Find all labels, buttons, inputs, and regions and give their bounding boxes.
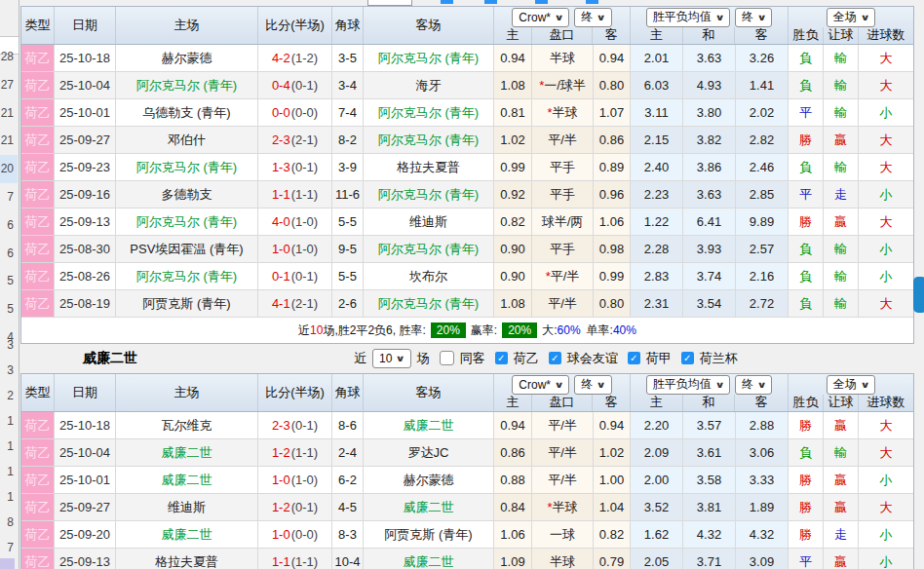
result-handicap-cell: 走 bbox=[824, 521, 859, 549]
summary-stats: 场,胜2平2负6, 胜率: bbox=[323, 322, 425, 339]
match-row: 荷乙25-10-04阿尔克马尔 (青年)0-4(0-1)3-4海牙1.08*一/… bbox=[21, 72, 913, 99]
summary-row: 近10场,胜2平2负6, 胜率: 20% 赢率: 20% 大:60% 单率:40… bbox=[20, 318, 914, 344]
side-number: 8 bbox=[0, 510, 18, 535]
crow-away-odds-cell: 0.89 bbox=[594, 154, 631, 181]
score-cell: 1-0(1-0) bbox=[258, 467, 332, 494]
result-handicap-cell: 輸 bbox=[824, 99, 859, 127]
date-cell: 25-08-26 bbox=[55, 263, 116, 290]
col-header-score: 比分(半场) bbox=[258, 7, 332, 44]
corners-cell: 3-4 bbox=[332, 72, 364, 99]
crow-home-odds-cell: 1.06 bbox=[494, 521, 532, 549]
league-checkbox-cup[interactable]: ✓ bbox=[681, 352, 694, 364]
scope-select[interactable]: 全场∨ bbox=[827, 375, 875, 395]
bookmaker-select[interactable]: Crow*∨ bbox=[512, 375, 569, 395]
side-number: 3 bbox=[0, 358, 18, 383]
avg-home-cell: 2.31 bbox=[631, 290, 683, 318]
match-count-select[interactable]: 10∨ bbox=[372, 349, 411, 368]
result-goals-cell: 大 bbox=[859, 72, 913, 99]
crow-away-odds-cell: 0.80 bbox=[594, 290, 631, 318]
date-cell: 25-10-18 bbox=[55, 45, 116, 72]
average-stage-select[interactable]: 终∨ bbox=[735, 375, 772, 395]
side-number: 27 bbox=[0, 71, 18, 99]
result-outcome-cell: 負 bbox=[789, 263, 824, 290]
result-outcome-cell: 平 bbox=[789, 181, 824, 209]
games-label: 场 bbox=[417, 350, 430, 367]
type-cell: 荷乙 bbox=[21, 45, 55, 72]
league-type-badge: 荷乙 bbox=[21, 494, 54, 520]
date-cell: 25-09-27 bbox=[55, 494, 116, 521]
home-team-cell: 维迪斯 bbox=[116, 494, 258, 521]
league-type-badge: 荷乙 bbox=[21, 127, 54, 153]
date-cell: 25-10-04 bbox=[55, 439, 116, 467]
crow-home-odds-cell: 0.90 bbox=[494, 263, 532, 290]
crow-away-odds-cell: 0.86 bbox=[594, 127, 631, 154]
average-odds-select[interactable]: 胜平负均值∨ bbox=[646, 8, 730, 27]
match-row: 荷乙25-10-18瓦尔维克2-3(0-1)8-6威廉二世0.94平/半0.94… bbox=[21, 412, 913, 439]
avg-away-cell: 3.33 bbox=[736, 467, 789, 494]
average-stage-select[interactable]: 终∨ bbox=[735, 8, 772, 27]
away-team-cell: 威廉二世 bbox=[364, 412, 494, 439]
result-outcome-cell: 平 bbox=[789, 99, 824, 127]
col-header-date: 日期 bbox=[55, 7, 116, 44]
avg-away-cell: 2.85 bbox=[736, 181, 789, 209]
odds-stage-select[interactable]: 终∨ bbox=[574, 8, 611, 27]
subcol-handicap: 盘口 bbox=[532, 27, 594, 44]
scrollbar-thumb[interactable] bbox=[913, 277, 924, 313]
home-team-cell: 瓦尔维克 bbox=[116, 412, 258, 439]
side-number-list-top: 2827212120766554 bbox=[0, 43, 18, 352]
avg-home-cell: 2.05 bbox=[631, 549, 683, 569]
average-odds-select[interactable]: 胜平负均值∨ bbox=[646, 375, 730, 395]
corners-cell: 8-6 bbox=[332, 412, 364, 439]
league-type-badge: 荷乙 bbox=[21, 290, 54, 317]
crow-home-odds-cell: 1.08 bbox=[494, 290, 532, 318]
league-checkbox-eredivisie[interactable]: ✓ bbox=[628, 352, 640, 364]
avg-home-cell: 2.20 bbox=[631, 412, 683, 439]
league-checkbox-friendly[interactable]: ✓ bbox=[549, 352, 561, 364]
result-outcome-cell: 負 bbox=[789, 439, 824, 467]
result-outcome-cell: 勝 bbox=[789, 521, 824, 549]
avg-away-cell: 3.26 bbox=[736, 45, 789, 72]
result-handicap-cell: 輸 bbox=[824, 263, 859, 290]
corners-cell: 11-6 bbox=[332, 181, 364, 209]
col-header-date: 日期 bbox=[55, 374, 116, 411]
avg-away-cell: 2.02 bbox=[736, 99, 789, 127]
corners-cell: 4-5 bbox=[332, 494, 364, 521]
result-goals-cell: 大 bbox=[859, 154, 913, 181]
score-cell: 4-1(2-1) bbox=[258, 290, 332, 318]
subcol-avg-away: 客 bbox=[735, 395, 788, 411]
odds-stage-select[interactable]: 终∨ bbox=[574, 375, 611, 395]
summary-text: 单率: bbox=[587, 322, 613, 339]
handicap-cell: 平手 bbox=[532, 154, 594, 181]
score-cell: 4-0(1-0) bbox=[258, 209, 332, 236]
side-number: 1 bbox=[0, 484, 18, 510]
avg-draw-cell: 3.58 bbox=[683, 467, 736, 494]
league-label: 荷乙 bbox=[514, 350, 539, 367]
same-away-checkbox[interactable] bbox=[440, 351, 454, 365]
crow-away-odds-cell: 0.98 bbox=[594, 236, 631, 263]
scope-select[interactable]: 全场∨ bbox=[827, 8, 875, 27]
side-number: 1 bbox=[0, 434, 18, 459]
crow-home-odds-cell: 0.84 bbox=[494, 494, 532, 521]
away-team-cell: 海牙 bbox=[364, 72, 494, 99]
col-header-type: 类型 bbox=[21, 374, 55, 411]
type-cell: 荷乙 bbox=[21, 290, 55, 318]
date-cell: 25-10-04 bbox=[55, 72, 116, 99]
home-team-cell: 邓伯什 bbox=[116, 127, 258, 154]
match-row: 荷乙25-09-27邓伯什2-3(2-1)8-2阿尔克马尔 (青年)1.02平/… bbox=[21, 127, 913, 154]
result-handicap-cell: 輸 bbox=[824, 236, 859, 263]
col-header-type: 类型 bbox=[21, 7, 55, 44]
crow-home-odds-cell: 0.82 bbox=[494, 209, 532, 236]
crow-away-odds-cell: 1.04 bbox=[594, 494, 631, 521]
type-cell: 荷乙 bbox=[21, 72, 55, 99]
avg-home-cell: 2.83 bbox=[631, 263, 683, 290]
home-team-cell: 阿尔克马尔 (青年) bbox=[116, 209, 258, 236]
date-cell: 25-10-01 bbox=[55, 467, 116, 494]
chevron-down-icon: ∨ bbox=[597, 13, 606, 22]
score-cell: 2-3(2-1) bbox=[258, 127, 332, 154]
avg-draw-cell: 6.41 bbox=[683, 209, 736, 236]
bookmaker-select[interactable]: Crow*∨ bbox=[512, 8, 569, 27]
league-checkbox-eerste[interactable]: ✓ bbox=[495, 352, 508, 364]
col-header-away: 客场 bbox=[364, 374, 494, 411]
league-type-badge: 荷乙 bbox=[21, 236, 54, 262]
result-outcome-cell: 勝 bbox=[789, 412, 824, 439]
